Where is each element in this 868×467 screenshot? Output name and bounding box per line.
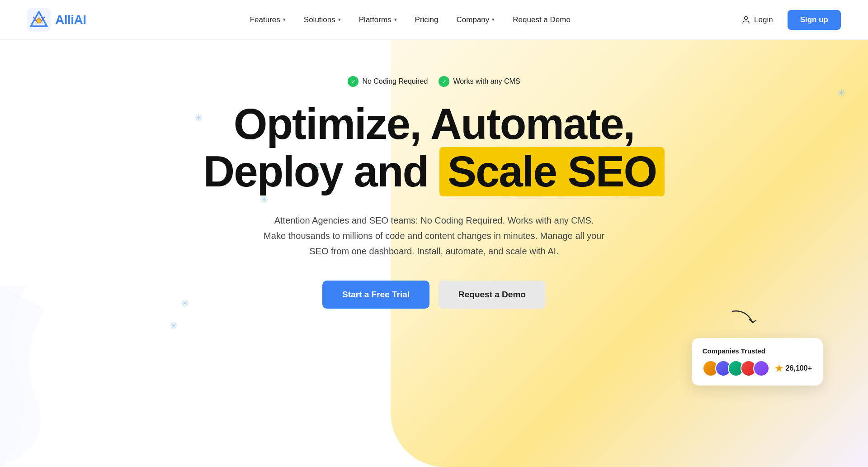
trusted-companies-card: Companies Trusted ★ 26,100+	[692, 338, 823, 386]
avatar-group	[703, 360, 769, 376]
user-icon	[741, 15, 750, 24]
headline-highlight: Scale SEO	[439, 147, 665, 196]
avatar	[753, 360, 769, 376]
hero-description: Attention Agencies and SEO teams: No Cod…	[262, 213, 606, 259]
arrow-decoration	[728, 307, 760, 336]
chevron-down-icon: ▾	[394, 17, 397, 23]
chevron-down-icon: ▾	[338, 17, 341, 23]
svg-point-6	[745, 16, 748, 19]
trusted-rating: ★ 26,100+	[775, 363, 812, 374]
logo-icon	[27, 8, 51, 32]
trusted-label: Companies Trusted	[703, 347, 812, 355]
svg-point-3	[37, 19, 41, 23]
chevron-down-icon: ▾	[492, 17, 495, 23]
nav-request-demo[interactable]: Request a Demo	[505, 12, 578, 28]
header-actions: Login Sign up	[734, 10, 841, 30]
nav-features[interactable]: Features ▾	[243, 12, 293, 28]
trusted-row: ★ 26,100+	[703, 360, 812, 376]
logo[interactable]: AlliAI	[27, 8, 86, 32]
star-icon: ★	[775, 363, 783, 374]
nav-solutions[interactable]: Solutions ▾	[297, 12, 348, 28]
login-button[interactable]: Login	[734, 12, 780, 28]
badge-cms: ✓ Works with any CMS	[439, 76, 520, 87]
check-icon: ✓	[439, 76, 449, 87]
request-demo-button[interactable]: Request a Demo	[439, 281, 546, 309]
check-icon: ✓	[348, 76, 359, 87]
chevron-down-icon: ▾	[283, 17, 286, 23]
left-wave-decoration	[0, 286, 127, 467]
header: AlliAI Features ▾ Solutions ▾ Platforms …	[0, 0, 868, 40]
hero-section: ✳ ✳ ✳ ✳ ✳ ✳ ✓ No Coding Required ✓ Works…	[0, 40, 868, 467]
hero-content: ✓ No Coding Required ✓ Works with any CM…	[163, 76, 705, 309]
main-nav: Features ▾ Solutions ▾ Platforms ▾ Prici…	[243, 12, 578, 28]
snowflake-decoration: ✳	[837, 87, 845, 99]
nav-platforms[interactable]: Platforms ▾	[352, 12, 404, 28]
hero-badges: ✓ No Coding Required ✓ Works with any CM…	[348, 76, 520, 87]
snowflake-decoration: ✳	[170, 320, 178, 332]
hero-headline: Optimize, Automate, Deploy and Scale SEO	[203, 101, 665, 196]
start-free-trial-button[interactable]: Start a Free Trial	[322, 281, 429, 309]
nav-company[interactable]: Company ▾	[449, 12, 502, 28]
badge-no-coding: ✓ No Coding Required	[348, 76, 428, 87]
hero-cta-group: Start a Free Trial Request a Demo	[322, 281, 546, 309]
logo-text: AlliAI	[55, 13, 86, 27]
signup-button[interactable]: Sign up	[788, 10, 841, 30]
nav-pricing[interactable]: Pricing	[408, 12, 446, 28]
